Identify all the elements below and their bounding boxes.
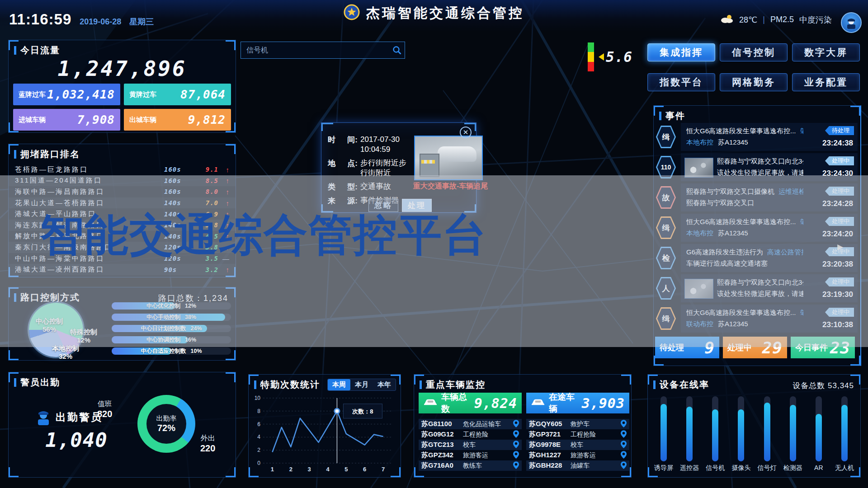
- device-bar-fill: [816, 414, 822, 461]
- flow-tile-label: 出城车辆: [129, 116, 156, 124]
- location-pin-icon[interactable]: [513, 451, 519, 460]
- event-badge-icon: 缉: [656, 216, 676, 239]
- pm-label: PM2.5: [770, 15, 794, 24]
- vehicle-row[interactable]: 苏GBH228油罐车: [526, 460, 629, 471]
- event-item-6[interactable]: 缉恒大G6高速路段发生肇事逃逸布控...肇事逃逸联动布控苏A12345处理中23…: [656, 305, 858, 333]
- control-bar-3: 中心协调控制16%: [112, 336, 231, 343]
- flow-tile-value: 9,812: [188, 113, 226, 127]
- location-pin-icon[interactable]: [621, 461, 627, 470]
- congestion-row[interactable]: 海连东路—郁洲南路路口140s5.8↑: [9, 220, 236, 231]
- event-footer-value: 29: [762, 338, 783, 357]
- vehicle-type: 校车: [463, 441, 513, 449]
- event-card: 熙春路与宁双路交叉口向北3公里110报警该处发生轻微追尾事故，请速来营救处理中2…: [681, 153, 858, 181]
- location-pin-icon[interactable]: [513, 441, 519, 450]
- location-pin-icon[interactable]: [513, 420, 519, 429]
- congestion-index: 4.5: [199, 233, 218, 240]
- vehicle-plate: 苏GP3721: [529, 430, 571, 439]
- congestion-row[interactable]: 港城大道—平山路路口140s6.9↑: [9, 208, 236, 220]
- location-pin-icon[interactable]: [621, 420, 627, 429]
- event-subtitle-text: 车辆逆行造成高速交通堵塞: [686, 259, 768, 267]
- vehicle-row[interactable]: 苏G81100危化品运输车: [419, 419, 522, 429]
- congestion-row[interactable]: 花果山大道—苍梧路路口140s7.0↑: [9, 197, 236, 209]
- panel-events-title: 事件: [659, 110, 685, 122]
- popup-field-1: 地点:步行街附近步行街附近: [328, 158, 408, 178]
- search-icon[interactable]: [389, 46, 405, 55]
- nav-button-2[interactable]: 数字大屏: [792, 43, 860, 61]
- location-pin-icon[interactable]: [513, 430, 519, 439]
- vehicle-row[interactable]: 苏GPZ342旅游客运: [419, 450, 522, 460]
- event-item-5[interactable]: 人熙春路与宁双路交叉口向北3公里视频巡检该处发生轻微追尾事故，请速来营救处理中2…: [656, 274, 858, 302]
- vehicle-row[interactable]: 苏G9978E校车: [526, 440, 629, 450]
- event-badge-icon: 110: [656, 155, 676, 179]
- location-pin-icon[interactable]: [621, 441, 627, 450]
- control-bar-label: 中心手动控制38%: [112, 314, 231, 321]
- nav-button-5[interactable]: 业务配置: [792, 73, 860, 91]
- location-pin-icon[interactable]: [621, 430, 627, 439]
- event-item-3[interactable]: 缉恒大G6高速路段发生肇事逃逸布控...肇事逃逸本地布控苏A12345处理中23…: [656, 214, 858, 242]
- user-avatar[interactable]: [841, 12, 862, 33]
- popup-field-label: 来源:: [328, 196, 358, 206]
- vehicle-row[interactable]: 苏GQY605救护车: [526, 419, 629, 429]
- tab-2[interactable]: 本年: [373, 379, 396, 390]
- clock-time: 11:16:59: [9, 11, 71, 28]
- panel-today-flow-title: 今日流量: [14, 44, 60, 56]
- device-bar-fill: [841, 405, 848, 461]
- event-title: 熙春路与宁双路交叉口摄像机: [686, 188, 774, 195]
- event-item-0[interactable]: 缉恒大G6高速路段发生肇事逃逸布控...肇事逃逸本地布控苏A12345待处理23…: [656, 123, 858, 151]
- vehicle-row[interactable]: 苏G716A0教练车: [419, 460, 522, 471]
- car-icon: [531, 398, 545, 408]
- location-pin-icon[interactable]: [513, 461, 519, 470]
- event-link[interactable]: 运维巡检上报: [778, 188, 803, 195]
- pm-value: 中度污染: [799, 14, 832, 25]
- search-input[interactable]: [241, 46, 389, 54]
- event-item-4[interactable]: 检G6高速路段发生违法行为高速公路管控车辆逆行造成高速交通堵塞处理中23:20:…: [656, 244, 858, 272]
- event-link[interactable]: 肇事逃逸: [800, 127, 803, 135]
- congestion-row[interactable]: 港城大道—凌州西路路口90s3.2↑: [9, 264, 236, 275]
- congestion-row[interactable]: 311国道—204国道路口160s8.5↑: [9, 175, 236, 187]
- congestion-row[interactable]: 海联中路—海昌南路路口160s8.0↑: [9, 186, 236, 197]
- nav-button-4[interactable]: 网格勤务: [720, 73, 788, 91]
- congestion-row[interactable]: 中山中路—海棠中路路口120s3.5—: [9, 253, 236, 264]
- vehicle-row[interactable]: 苏GH1227旅游客运: [526, 450, 629, 460]
- popup-field-0: 时间:2017-07-30 10:04:59: [328, 135, 408, 155]
- event-time: 23:10:38: [822, 320, 853, 329]
- car-icon: [423, 398, 438, 408]
- panel-police-attendance: 警员出勤 出勤警员 1,040 值班 820 出勤率 72% 外出 220: [8, 372, 236, 478]
- trend-flat-icon: —: [218, 255, 229, 263]
- event-card: 恒大G6高速路段发生肇事逃逸布控...肇事逃逸本地布控苏A12345待处理23:…: [681, 123, 858, 151]
- svg-text:2: 2: [257, 447, 260, 453]
- control-bar-1: 中心手动控制38%: [112, 314, 231, 321]
- congestion-row[interactable]: 解放中路—通灌北路路口140s4.5↑: [9, 231, 236, 242]
- flow-tile-0: 蓝牌过车1,032,418: [13, 84, 120, 105]
- congestion-name: 海连东路—郁洲南路路口: [15, 221, 164, 230]
- tab-1[interactable]: 本月: [350, 379, 373, 390]
- event-item-2[interactable]: 故熙春路与宁双路交叉口摄像机运维巡检上报熙春路与宁双路交叉口处理中23:24:2…: [656, 183, 858, 211]
- nav-button-3[interactable]: 指数平台: [647, 73, 715, 91]
- scroll-right-arrow[interactable]: ▶: [837, 242, 843, 252]
- event-footer-label: 待处理: [660, 342, 684, 353]
- event-link[interactable]: 肇事逃逸: [800, 309, 803, 316]
- event-item-1[interactable]: 110熙春路与宁双路交叉口向北3公里110报警该处发生轻微追尾事故，请速来营救处…: [656, 153, 858, 181]
- ignore-button[interactable]: 忽略: [368, 199, 398, 212]
- control-bar-2: 中心日计划控制数24%: [112, 325, 231, 332]
- event-badge-icon: 缉: [656, 307, 676, 330]
- nav-button-0[interactable]: 集成指挥: [647, 43, 715, 61]
- event-title: G6高速路段发生违法行为: [686, 248, 763, 256]
- close-icon[interactable]: ✕: [460, 127, 472, 138]
- vehicle-row[interactable]: 苏G09G12工程抢险: [419, 429, 522, 440]
- vehicle-row[interactable]: 苏GP3721工程抢险: [526, 429, 629, 440]
- congestion-row[interactable]: 秦东门大街—南极南路路口120s3.8↑: [9, 242, 236, 253]
- nav-button-1[interactable]: 信号控制: [720, 43, 788, 61]
- event-thumbnail: [684, 158, 713, 178]
- location-pin-icon[interactable]: [621, 451, 627, 460]
- congestion-index: 3.5: [199, 255, 218, 262]
- popup-field-value: 2017-07-30 10:04:59: [360, 135, 408, 155]
- vehicle-row[interactable]: 苏GTC213校车: [419, 440, 522, 450]
- handle-button[interactable]: 处理: [402, 199, 432, 212]
- event-link[interactable]: 高速公路管控: [767, 248, 803, 256]
- nav-buttons: 集成指挥信号控制数字大屏指数平台网格勤务业务配置: [647, 43, 860, 91]
- congestion-row[interactable]: 苍梧路—巨龙路路口160s9.1↑: [9, 164, 236, 175]
- device-bar: 无人机: [834, 396, 855, 473]
- tab-0[interactable]: 本周: [328, 379, 350, 390]
- event-link[interactable]: 肇事逃逸: [800, 218, 803, 225]
